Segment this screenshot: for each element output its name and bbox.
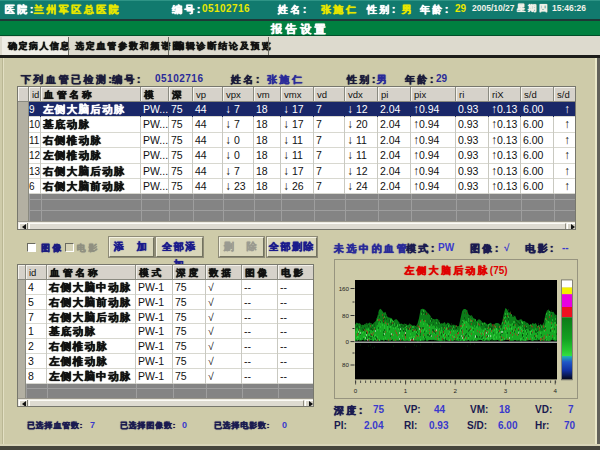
svg-text:1: 1	[404, 387, 408, 394]
svg-text:0: 0	[354, 387, 358, 394]
svg-text:0: 0	[346, 338, 350, 345]
svg-text:2: 2	[453, 387, 457, 394]
svg-text:80: 80	[342, 312, 349, 319]
svg-text:4: 4	[553, 387, 557, 394]
svg-text:3: 3	[504, 387, 508, 394]
svg-text:80: 80	[342, 361, 349, 368]
svg-text:160: 160	[339, 285, 350, 292]
